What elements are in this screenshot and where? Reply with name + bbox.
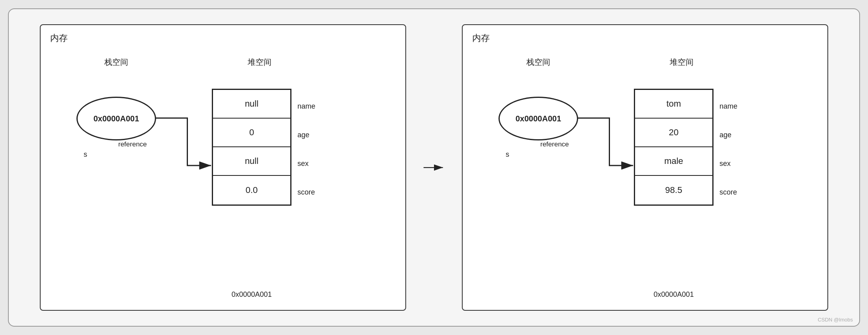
outer-container: 内存 栈空间 堆空间 0x0000A001 s reference null 0… [8,8,860,327]
right-stack-label: 栈空间 [526,57,550,68]
left-heap-table: null 0 null 0.0 [212,89,291,206]
left-diagram: 内存 栈空间 堆空间 0x0000A001 s reference null 0… [40,24,406,311]
left-field-sex: sex [297,160,309,168]
left-memory-label: 内存 [50,32,68,44]
right-field-score: score [719,188,737,197]
right-reference-label: reference [540,140,569,148]
between-arrow-container [422,156,446,179]
right-value-age: 20 [669,127,678,138]
left-row-name: null [213,90,290,119]
right-row-sex: male [635,147,712,176]
right-value-score: 98.5 [665,185,682,195]
right-heap-address: 0x0000A001 [634,290,714,299]
left-ellipse: 0x0000A001 [76,97,156,140]
left-heap-address: 0x0000A001 [212,290,291,299]
left-row-score: 0.0 [213,176,290,205]
right-heap-label: 堆空间 [670,57,694,68]
left-row-sex: null [213,147,290,176]
right-field-age: age [719,131,731,139]
right-diagram: 内存 栈空间 堆空间 0x0000A001 s reference tom 20… [462,24,828,311]
left-ellipse-text: 0x0000A001 [94,114,139,123]
left-field-score: score [297,188,315,197]
left-value-sex: null [245,156,258,166]
left-reference-label: reference [118,140,147,148]
right-row-name: tom [635,90,712,119]
right-row-age: 20 [635,119,712,147]
right-value-sex: male [664,156,683,166]
left-field-age: age [297,131,309,139]
between-arrow-svg [422,156,446,179]
left-row-age: 0 [213,119,290,147]
left-value-name: null [245,99,258,109]
left-heap-label: 堆空间 [248,57,272,68]
left-s-label: s [84,150,87,159]
right-field-sex: sex [719,160,731,168]
right-memory-label: 内存 [472,32,490,44]
right-heap-table: tom 20 male 98.5 [634,89,714,206]
right-row-score: 98.5 [635,176,712,205]
right-value-name: tom [667,99,681,109]
left-value-age: 0 [249,127,254,138]
left-value-score: 0.0 [246,185,258,195]
right-ellipse-text: 0x0000A001 [516,114,561,123]
left-field-name: name [297,102,315,111]
right-field-name: name [719,102,737,111]
watermark: CSDN @lmobs [818,317,853,323]
right-ellipse: 0x0000A001 [499,97,578,140]
right-s-label: s [506,150,509,159]
left-stack-label: 栈空间 [104,57,128,68]
